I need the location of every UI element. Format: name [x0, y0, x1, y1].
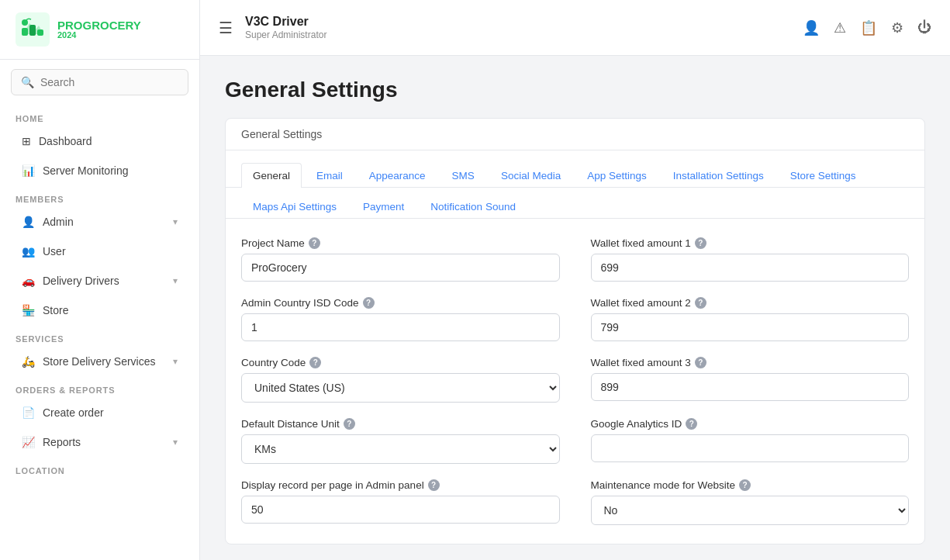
sidebar-item-label: Delivery Drivers — [43, 275, 119, 287]
input-project-name[interactable] — [241, 254, 560, 282]
sidebar-item-label: User — [43, 245, 66, 258]
tab-store-settings[interactable]: Store Settings — [779, 163, 868, 188]
form-group-wallet-1: Wallet fixed amount 1 ? — [591, 237, 910, 282]
form-group-project-name: Project Name ? — [241, 237, 560, 282]
gear-icon[interactable]: ⚙ — [891, 19, 903, 36]
help-icon-wallet-2[interactable]: ? — [695, 297, 706, 309]
sidebar-item-admin[interactable]: 👤 Admin ▾ — [6, 208, 193, 236]
main-area: ☰ V3C Driver Super Administrator 👤 ⚠ 📋 ⚙… — [200, 0, 950, 560]
input-records-per-page[interactable] — [241, 496, 560, 524]
nav-section-orders-reports: ORDERS & REPORTS — [0, 376, 199, 398]
chevron-down-icon: ▾ — [173, 275, 178, 286]
topbar-title-area: V3C Driver Super Administrator — [245, 15, 326, 40]
help-icon-wallet-1[interactable]: ? — [695, 237, 706, 249]
help-icon-records-per-page[interactable]: ? — [428, 479, 440, 491]
label-analytics: Google Analytics ID ? — [591, 418, 910, 430]
settings-card: General Settings General Email Appearanc… — [225, 118, 925, 544]
tabs-row-2: Maps Api Settings Payment Notification S… — [226, 188, 924, 219]
sidebar-item-user[interactable]: 👥 User — [6, 237, 193, 265]
input-analytics[interactable] — [591, 434, 910, 462]
chevron-down-icon: ▾ — [173, 437, 178, 448]
tab-installation-settings[interactable]: Installation Settings — [662, 163, 776, 188]
power-icon[interactable]: ⏻ — [917, 19, 931, 36]
form-group-wallet-3: Wallet fixed amount 3 ? — [591, 357, 910, 403]
logo-icon — [16, 12, 50, 47]
nav-section-home: HOME — [0, 105, 199, 126]
search-input[interactable] — [40, 76, 178, 88]
help-icon-project-name[interactable]: ? — [309, 237, 320, 249]
store-icon: 🏪 — [22, 304, 35, 316]
notes-icon[interactable]: 📋 — [860, 19, 877, 36]
help-icon-country-code[interactable]: ? — [309, 357, 321, 368]
sidebar-item-label: Store — [43, 304, 68, 316]
page-title: General Settings — [225, 78, 925, 102]
brand-name: PROGROCERY — [57, 19, 141, 31]
input-wallet-1[interactable] — [591, 254, 910, 282]
tab-app-settings[interactable]: App Settings — [575, 163, 658, 188]
form-group-isd: Admin Country ISD Code ? — [241, 297, 560, 341]
tabs-row: General Email Appearance SMS Social Medi… — [226, 150, 924, 188]
tab-sms[interactable]: SMS — [440, 163, 486, 188]
tab-general[interactable]: General — [241, 163, 302, 188]
person-icon: 🚗 — [22, 275, 35, 287]
search-icon: 🔍 — [21, 76, 34, 88]
label-records-per-page: Display record per page in Admin panel ? — [241, 479, 560, 491]
help-icon-wallet-3[interactable]: ? — [695, 357, 706, 368]
menu-toggle-button[interactable]: ☰ — [219, 19, 233, 37]
tab-notification-sound[interactable]: Notification Sound — [419, 194, 527, 219]
sidebar-item-label: Reports — [43, 436, 81, 448]
search-box[interactable]: 🔍 — [11, 69, 188, 95]
svg-rect-1 — [22, 28, 28, 36]
input-wallet-2[interactable] — [591, 313, 910, 341]
sidebar-item-create-order[interactable]: 📄 Create order — [6, 399, 193, 427]
form-area: Project Name ? Wallet fixed amount 1 ? — [226, 219, 924, 544]
help-icon-isd[interactable]: ? — [363, 297, 375, 309]
select-country-code[interactable]: United States (US) Canada (CA) United Ki… — [241, 373, 560, 403]
sidebar-item-dashboard[interactable]: ⊞ Dashboard — [6, 127, 193, 155]
sidebar-item-label: Create order — [43, 406, 104, 419]
help-icon-distance-unit[interactable]: ? — [344, 418, 355, 430]
tab-maps-api[interactable]: Maps Api Settings — [241, 194, 348, 219]
form-group-records-per-page: Display record per page in Admin panel ? — [241, 479, 560, 525]
user-group-icon: 👥 — [22, 245, 35, 258]
sidebar-item-reports[interactable]: 📈 Reports ▾ — [6, 428, 193, 456]
brand-year: 2024 — [57, 31, 141, 40]
sidebar-item-server-monitoring[interactable]: 📊 Server Monitoring — [6, 157, 193, 185]
help-icon-maintenance[interactable]: ? — [739, 479, 751, 491]
svg-point-4 — [22, 19, 28, 26]
nav-section-members: MEMBERS — [0, 185, 199, 207]
reports-icon: 📈 — [22, 436, 35, 448]
tab-social-media[interactable]: Social Media — [489, 163, 572, 188]
help-icon-analytics[interactable]: ? — [686, 418, 697, 430]
input-isd[interactable] — [241, 313, 560, 341]
label-maintenance: Maintenance mode for Website ? — [591, 479, 910, 491]
topbar: ☰ V3C Driver Super Administrator 👤 ⚠ 📋 ⚙… — [200, 0, 950, 56]
chevron-down-icon: ▾ — [173, 216, 178, 227]
topbar-right: 👤 ⚠ 📋 ⚙ ⏻ — [803, 19, 931, 36]
nav-section-services: SERVICES — [0, 325, 199, 347]
label-wallet-2: Wallet fixed amount 2 ? — [591, 297, 910, 309]
chevron-down-icon: ▾ — [173, 356, 178, 367]
select-distance-unit[interactable]: KMs Miles — [241, 434, 560, 464]
alert-icon[interactable]: ⚠ — [834, 19, 846, 36]
grid-icon: ⊞ — [22, 135, 31, 147]
topbar-title: V3C Driver — [245, 15, 326, 29]
topbar-left: ☰ V3C Driver Super Administrator — [219, 15, 326, 40]
sidebar-item-store[interactable]: 🏪 Store — [6, 296, 193, 324]
input-wallet-3[interactable] — [591, 373, 910, 401]
user-profile-icon[interactable]: 👤 — [803, 19, 820, 36]
sidebar-item-label: Dashboard — [39, 135, 92, 147]
label-wallet-3: Wallet fixed amount 3 ? — [591, 357, 910, 368]
bar-chart-icon: 📊 — [22, 164, 35, 177]
logo-area: PROGROCERY 2024 — [0, 0, 199, 60]
sidebar-item-label: Admin — [43, 216, 74, 228]
form-group-analytics: Google Analytics ID ? — [591, 418, 910, 464]
select-maintenance[interactable]: No Yes — [591, 496, 910, 525]
tab-appearance[interactable]: Appearance — [358, 163, 437, 188]
sidebar-item-delivery-drivers[interactable]: 🚗 Delivery Drivers ▾ — [6, 267, 193, 295]
sidebar-item-store-delivery-services[interactable]: 🛵 Store Delivery Services ▾ — [6, 347, 193, 375]
form-group-wallet-2: Wallet fixed amount 2 ? — [591, 297, 910, 341]
nav-section-location: LOCATION — [0, 457, 199, 479]
tab-payment[interactable]: Payment — [351, 194, 416, 219]
tab-email[interactable]: Email — [305, 163, 354, 188]
